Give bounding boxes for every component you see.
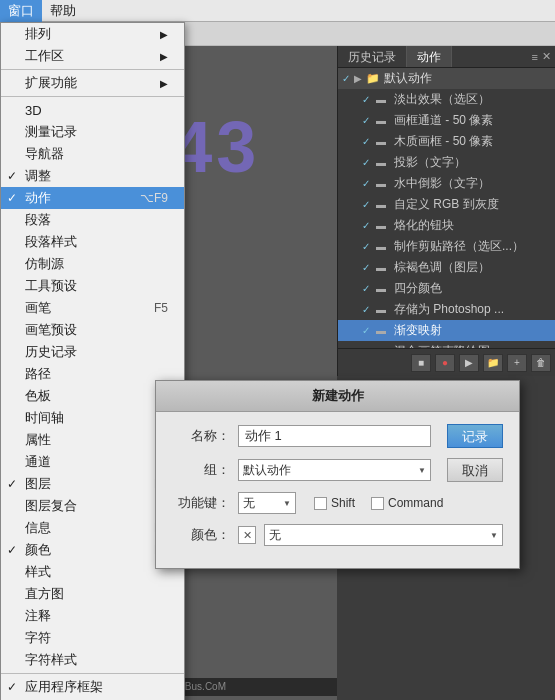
menu-label: 画笔预设 [25,321,77,339]
dialog-body: 名称： 记录 组： 默认动作 ▼ 取消 功能键： [156,412,519,568]
action-icon: ▬ [376,199,390,210]
menu-item-paragraph[interactable]: 段落 [1,209,184,231]
new-set-btn[interactable]: 📁 [483,354,503,372]
action-icon: ▬ [376,325,390,336]
menu-label: 历史记录 [25,343,77,361]
actions-panel: 历史记录 动作 ≡ ✕ ✓ ▶ 📁 默认动作 ✓ ▬ 淡出效果（选区） ✓ ▬ … [337,46,555,376]
action-label: 画框通道 - 50 像素 [394,112,493,129]
check-icon: ✓ [7,191,17,205]
record-btn[interactable]: ● [435,354,455,372]
menu-item-notes[interactable]: 注释 [1,605,184,627]
action-icon: ▬ [376,304,390,315]
group-row: 组： 默认动作 ▼ 取消 [172,458,503,482]
menu-item-measurement[interactable]: 测量记录 [1,121,184,143]
menu-label: 属性 [25,431,51,449]
color-select[interactable]: 无 ▼ [264,524,503,546]
menu-item-3d[interactable]: 3D [1,99,184,121]
action-item[interactable]: ✓ ▬ 混合画笔克隆绘图... [338,341,555,348]
play-btn[interactable]: ▶ [459,354,479,372]
action-item[interactable]: ✓ ▬ 淡出效果（选区） [338,89,555,110]
menu-label: 工作区 [25,47,64,65]
dropdown-arrow-icon: ▼ [490,531,498,540]
tab-actions[interactable]: 动作 [407,46,452,67]
group-select[interactable]: 默认动作 ▼ [238,459,431,481]
check-icon: ✓ [362,115,372,126]
menu-item-brush-presets[interactable]: 画笔预设 [1,319,184,341]
action-icon: ▬ [376,220,390,231]
actions-list: ✓ ▶ 📁 默认动作 ✓ ▬ 淡出效果（选区） ✓ ▬ 画框通道 - 50 像素… [338,68,555,348]
menu-label: 通道 [25,453,51,471]
window-dropdown-menu: 排列 ▶ 工作区 ▶ 扩展功能 ▶ 3D 测量记录 导航器 ✓ 调整 ✓ 动作 … [0,22,185,700]
panel-bottom-bar: ■ ● ▶ 📁 + 🗑 [338,348,555,376]
new-action-dialog: 新建动作 名称： 记录 组： 默认动作 ▼ 取消 [155,380,520,569]
menu-label: 导航器 [25,145,64,163]
panel-close-icon[interactable]: ✕ [542,50,551,63]
menu-window[interactable]: 窗口 [0,0,42,22]
command-checkbox[interactable] [371,497,384,510]
menu-label: 段落 [25,211,51,229]
color-x-icon: ✕ [238,526,256,544]
menu-label: 图层复合 [25,497,77,515]
check-icon: ✓ [362,304,372,315]
menu-item-brush[interactable]: 画笔 F5 [1,297,184,319]
function-label: 功能键： [172,494,230,512]
menu-label: 直方图 [25,585,64,603]
name-row: 名称： 记录 [172,424,503,448]
action-item[interactable]: ✓ ▬ 制作剪贴路径（选区...） [338,236,555,257]
folder-icon: 📁 [366,72,380,85]
check-icon: ✓ [7,680,17,694]
command-label: Command [388,496,443,510]
menu-item-character-styles[interactable]: 字符样式 [1,649,184,671]
menu-item-tool-presets[interactable]: 工具预设 [1,275,184,297]
menu-item-clone-source[interactable]: 仿制源 [1,253,184,275]
menu-label: 信息 [25,519,51,537]
action-item[interactable]: ✓ ▬ 棕褐色调（图层） [338,257,555,278]
new-action-btn[interactable]: + [507,354,527,372]
submenu-arrow: ▶ [160,51,168,62]
shift-checkbox[interactable] [314,497,327,510]
menu-help[interactable]: 帮助 [42,0,84,22]
stop-btn[interactable]: ■ [411,354,431,372]
delete-btn[interactable]: 🗑 [531,354,551,372]
action-item[interactable]: ✓ ▬ 木质画框 - 50 像素 [338,131,555,152]
panel-menu-icon[interactable]: ≡ [532,51,538,63]
check-icon: ✓ [7,477,17,491]
top-menubar: 窗口 帮助 [0,0,555,22]
separator [1,69,184,70]
name-input[interactable] [238,425,431,447]
menu-item-actions[interactable]: ✓ 动作 ⌥F9 [1,187,184,209]
menu-item-workspace[interactable]: 工作区 ▶ [1,45,184,67]
menu-label: 画笔 [25,299,51,317]
menu-item-history[interactable]: 历史记录 [1,341,184,363]
action-item[interactable]: ✓ ▬ 画框通道 - 50 像素 [338,110,555,131]
menu-item-adjustments[interactable]: ✓ 调整 [1,165,184,187]
action-label: 投影（文字） [394,154,466,171]
action-group-header[interactable]: ✓ ▶ 📁 默认动作 [338,68,555,89]
menu-item-histogram[interactable]: 直方图 [1,583,184,605]
menu-item-app-frame[interactable]: ✓ 应用程序框架 [1,676,184,698]
menu-label: 动作 [25,189,51,207]
action-item[interactable]: ✓ ▬ 投影（文字） [338,152,555,173]
action-item-selected[interactable]: ✓ ▬ 渐变映射 [338,320,555,341]
action-icon: ▬ [376,262,390,273]
action-item[interactable]: ✓ ▬ 烙化的钮块 [338,215,555,236]
menu-item-navigator[interactable]: 导航器 [1,143,184,165]
menu-item-arrange[interactable]: 排列 ▶ [1,23,184,45]
cancel-button[interactable]: 取消 [447,458,503,482]
menu-item-paragraph-style[interactable]: 段落样式 [1,231,184,253]
action-item[interactable]: ✓ ▬ 水中倒影（文字） [338,173,555,194]
menu-item-extensions[interactable]: 扩展功能 ▶ [1,72,184,94]
menu-label: 仿制源 [25,255,64,273]
menu-label: 3D [25,103,42,118]
function-select[interactable]: 无 ▼ [238,492,296,514]
action-item[interactable]: ✓ ▬ 存储为 Photoshop ... [338,299,555,320]
tab-history[interactable]: 历史记录 [338,46,407,67]
action-icon: ▬ [376,241,390,252]
check-icon: ✓ [362,199,372,210]
action-item[interactable]: ✓ ▬ 四分颜色 [338,278,555,299]
action-item[interactable]: ✓ ▬ 自定义 RGB 到灰度 [338,194,555,215]
record-button[interactable]: 记录 [447,424,503,448]
function-value: 无 [243,495,255,512]
function-key-row: 功能键： 无 ▼ Shift Command [172,492,503,514]
menu-item-character[interactable]: 字符 [1,627,184,649]
